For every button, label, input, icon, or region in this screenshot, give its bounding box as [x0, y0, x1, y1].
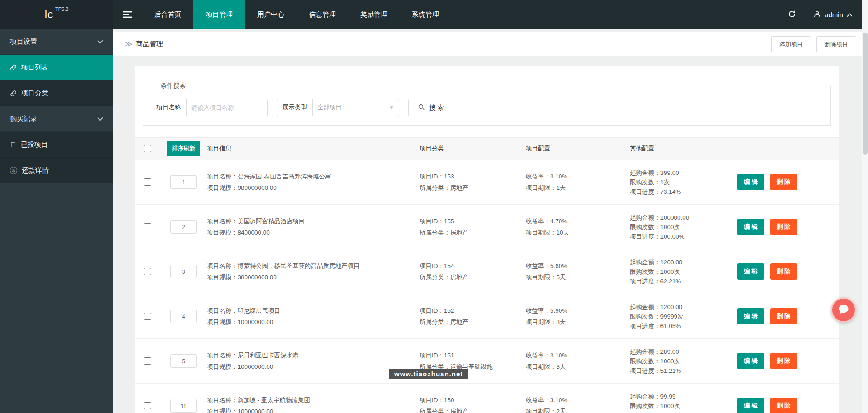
- project-progress: 项目进度：51.21%: [630, 366, 737, 375]
- project-purchase-limit: 限购次数：1000次: [630, 267, 737, 277]
- project-progress: 项目进度：73.14%: [630, 187, 737, 197]
- user-icon: [813, 10, 821, 19]
- top-nav: 后台首页 项目管理 用户中心 信息管理 奖励管理 系统管理: [142, 0, 451, 29]
- sidebar-group-label: 项目设置: [10, 38, 37, 46]
- sidebar-group-project-settings[interactable]: 项目设置: [0, 29, 113, 55]
- select-all-checkbox[interactable]: [144, 145, 151, 152]
- refresh-icon: [788, 10, 796, 19]
- project-category: 所属分类：房地产: [420, 316, 526, 328]
- chevron-up-icon: [847, 11, 853, 19]
- add-project-button[interactable]: 添加项目: [771, 36, 811, 52]
- flag-icon: [10, 141, 16, 148]
- project-name-label: 项目名称: [151, 99, 186, 116]
- display-type-select[interactable]: 全部项目 ▼: [312, 99, 399, 116]
- project-purchase-limit: 限购次数：1次: [630, 178, 737, 187]
- project-progress: 项目进度：100.00%: [630, 232, 737, 241]
- delete-project-button[interactable]: 删除项目: [816, 36, 856, 52]
- nav-item-home[interactable]: 后台首页: [142, 0, 193, 29]
- sidebar-item-repayment-details[interactable]: $ 还款详情: [0, 158, 113, 183]
- nav-item-info-management[interactable]: 信息管理: [297, 0, 348, 29]
- sort-order-input[interactable]: 3: [170, 265, 197, 278]
- project-id: 项目ID：150: [420, 394, 526, 406]
- project-purchase-limit: 限购次数：1000次: [630, 401, 737, 411]
- edit-button[interactable]: 编 辑: [737, 174, 764, 190]
- page-title: 商品管理: [136, 40, 163, 48]
- nav-item-system-management[interactable]: 系统管理: [400, 0, 451, 29]
- sidebar-item-project-category[interactable]: 项目分类: [0, 80, 113, 106]
- project-yield: 收益率：3.10%: [526, 394, 630, 406]
- edit-button[interactable]: 编 辑: [737, 308, 764, 324]
- project-min-amount: 起购金额：289.00: [630, 347, 737, 357]
- sidebar-group-purchase-records[interactable]: 购买记录: [0, 106, 113, 132]
- header-project-category: 项目分类: [420, 145, 526, 153]
- project-min-amount: 起购金额：1200.00: [630, 302, 737, 312]
- nav-item-user-center[interactable]: 用户中心: [245, 0, 297, 29]
- table-row: 2 项目名称：美国迈阿密精品酒店项目 项目规模：8400000.00 项目ID：…: [135, 205, 839, 249]
- sort-order-input[interactable]: 4: [170, 310, 197, 323]
- sidebar-item-label: 项目列表: [21, 63, 48, 72]
- project-table: 排序刷新 项目信息 项目分类 项目配置 其他配置 1 项目名称：碧海家园-泰国普…: [135, 137, 839, 413]
- edit-button[interactable]: 编 辑: [737, 263, 764, 280]
- project-name-input[interactable]: [186, 99, 268, 116]
- project-period: 项目期限：1天: [526, 182, 630, 193]
- project-scale: 项目规模：980000000.00: [207, 182, 410, 193]
- sort-order-input[interactable]: 1: [170, 175, 197, 189]
- site-watermark: www.tiaozhuan.net: [389, 369, 468, 379]
- sidebar-item-label: 项目分类: [21, 89, 48, 98]
- project-progress: 项目进度：61.05%: [630, 321, 737, 331]
- project-name: 项目名称：碧海家园-泰国普吉岛邦涛海滩公寓: [207, 171, 410, 182]
- edit-button[interactable]: 编 辑: [737, 219, 764, 235]
- project-name: 项目名称：美国迈阿密精品酒店项目: [207, 216, 410, 227]
- username: admin: [825, 11, 843, 19]
- delete-button[interactable]: 删 除: [770, 353, 797, 369]
- sidebar-item-project-list[interactable]: 项目列表: [0, 55, 113, 80]
- delete-button[interactable]: 删 除: [770, 263, 797, 280]
- edit-button[interactable]: 编 辑: [737, 353, 764, 369]
- sort-order-input[interactable]: 11: [170, 399, 197, 413]
- project-period: 项目期限：5天: [526, 272, 630, 283]
- search-button[interactable]: 搜 索: [408, 99, 453, 116]
- header-project-config: 项目配置: [526, 145, 630, 153]
- project-yield: 收益率：5.90%: [526, 305, 630, 316]
- project-yield: 收益率：4.70%: [526, 216, 630, 227]
- sort-refresh-button[interactable]: 排序刷新: [167, 141, 200, 156]
- project-category: 所属分类：房地产: [420, 182, 526, 193]
- caret-down-icon: ▼: [389, 104, 394, 111]
- delete-button[interactable]: 删 除: [770, 219, 797, 235]
- sidebar-item-label: 还款详情: [22, 166, 49, 175]
- project-yield: 收益率：3.10%: [526, 350, 630, 361]
- row-checkbox[interactable]: [144, 357, 151, 365]
- row-checkbox[interactable]: [144, 313, 151, 320]
- project-category: 所属分类：房地产: [420, 227, 526, 238]
- search-panel: 条件搜索 项目名称 展示类型 全部项目 ▼: [143, 82, 831, 126]
- project-purchase-limit: 限购次数：1000次: [630, 357, 737, 366]
- project-scale: 项目规模：10000000.00: [207, 361, 410, 372]
- delete-button[interactable]: 删 除: [770, 398, 797, 413]
- project-scale: 项目规模：380000000.00: [207, 272, 410, 283]
- user-menu[interactable]: admin: [807, 0, 868, 29]
- sidebar-group-label: 购买记录: [10, 115, 37, 123]
- edit-button[interactable]: 编 辑: [737, 398, 764, 413]
- project-scale: 项目规模：10000000.00: [207, 406, 410, 413]
- collapse-menu-button[interactable]: [113, 0, 142, 29]
- sort-order-input[interactable]: 2: [170, 220, 197, 234]
- refresh-button[interactable]: [777, 0, 807, 29]
- row-checkbox[interactable]: [144, 178, 151, 186]
- delete-button[interactable]: 删 除: [770, 308, 797, 324]
- row-checkbox[interactable]: [144, 223, 151, 230]
- page-scrollbar[interactable]: [862, 0, 868, 413]
- nav-item-reward-management[interactable]: 奖励管理: [348, 0, 400, 29]
- nav-item-project-management[interactable]: 项目管理: [193, 0, 245, 29]
- row-checkbox[interactable]: [144, 268, 151, 275]
- scrollbar-thumb[interactable]: [863, 33, 868, 155]
- project-id: 项目ID：151: [420, 350, 526, 361]
- float-contact-button[interactable]: [831, 297, 856, 323]
- display-type-label: 展示类型: [277, 99, 312, 116]
- delete-button[interactable]: 删 除: [770, 174, 797, 190]
- sidebar-item-invested-projects[interactable]: 已投项目: [0, 132, 113, 158]
- row-checkbox[interactable]: [144, 402, 151, 409]
- content-card: 条件搜索 项目名称 展示类型 全部项目 ▼: [135, 66, 839, 413]
- logo-version: TP5.3: [55, 6, 68, 12]
- sort-order-input[interactable]: 5: [170, 354, 197, 368]
- breadcrumb-chevrons-icon: ≫: [125, 40, 132, 48]
